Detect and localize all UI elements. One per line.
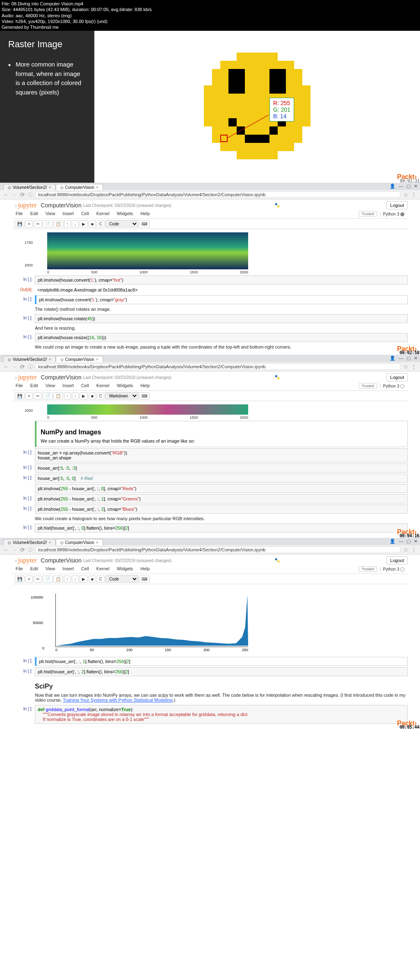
run-button[interactable]: ▶ bbox=[80, 220, 88, 227]
user-icon[interactable]: 👤 bbox=[390, 539, 395, 544]
copy-button[interactable]: 📄 bbox=[43, 392, 52, 399]
kernel-name[interactable]: Python 3 bbox=[380, 212, 404, 216]
minimize-icon[interactable]: — bbox=[399, 184, 403, 189]
star-icon[interactable]: ☆ bbox=[403, 546, 409, 553]
star-icon[interactable]: ☆ bbox=[403, 363, 409, 370]
back-icon[interactable]: ← bbox=[3, 191, 9, 198]
user-icon[interactable]: 👤 bbox=[390, 356, 395, 361]
tab-volume4[interactable]: ◇Volume4/Section2/× bbox=[3, 356, 56, 362]
code-cell[interactable]: house_arr[:5, :5, 0] # Red bbox=[35, 474, 408, 483]
url-input[interactable]: localhost:8888/notebooks/Dropbox/PacktPu… bbox=[35, 191, 400, 198]
code-cell[interactable]: plt.imshow(255 - house_arr[:, :, 1], cma… bbox=[35, 494, 408, 503]
menu-icon[interactable]: ⋮ bbox=[411, 363, 417, 370]
tab-close-icon[interactable]: × bbox=[96, 185, 98, 190]
markdown-cell-active[interactable]: NumPy and Images We can create a NumPy a… bbox=[35, 421, 408, 447]
user-icon[interactable]: 👤 bbox=[390, 184, 395, 189]
menu-view[interactable]: View bbox=[46, 566, 55, 572]
command-palette-button[interactable]: ⌨ bbox=[139, 392, 150, 399]
save-button[interactable]: 💾 bbox=[15, 220, 25, 227]
minimize-icon[interactable]: — bbox=[399, 356, 403, 361]
reload-icon[interactable]: ⟳ bbox=[20, 546, 25, 553]
menu-help[interactable]: Help bbox=[140, 383, 150, 389]
menu-cell[interactable]: Cell bbox=[81, 566, 89, 572]
restart-button[interactable]: C bbox=[97, 392, 105, 399]
celltype-select[interactable]: Code bbox=[105, 575, 138, 583]
code-cell[interactable]: plt.imshow(house.convert('L'), cmap="hot… bbox=[35, 275, 408, 285]
move-up-button[interactable]: ↑ bbox=[64, 576, 71, 583]
code-cell[interactable]: plt.imshow(255 - house_arr[:, :, 0], cma… bbox=[35, 484, 408, 493]
code-cell[interactable]: plt.imshow(house.resize((16, 16))) bbox=[35, 333, 408, 342]
trusted-badge[interactable]: Trusted bbox=[359, 211, 377, 217]
notebook-title[interactable]: ComputerVision bbox=[41, 557, 81, 564]
link-training-course[interactable]: Training Your Systems with Python Statis… bbox=[63, 698, 172, 702]
code-cell-active[interactable]: plt.hist(house_arr[:, :, 1].flatten(), b… bbox=[35, 657, 408, 666]
maximize-icon[interactable]: ▢ bbox=[406, 184, 411, 189]
tab-volume4[interactable]: ◇Volume4/Section2/× bbox=[3, 184, 56, 190]
paste-button[interactable]: 📋 bbox=[53, 576, 63, 583]
cut-button[interactable]: ✂ bbox=[34, 392, 42, 399]
menu-widgets[interactable]: Widgets bbox=[117, 383, 133, 389]
notebook-title[interactable]: ComputerVision bbox=[41, 202, 81, 209]
trusted-badge[interactable]: Trusted bbox=[359, 383, 377, 389]
paste-button[interactable]: 📋 bbox=[53, 220, 63, 227]
stop-button[interactable]: ■ bbox=[89, 220, 96, 227]
menu-widgets[interactable]: Widgets bbox=[117, 211, 133, 217]
menu-help[interactable]: Help bbox=[140, 566, 150, 572]
celltype-select[interactable]: Code bbox=[105, 220, 138, 227]
close-icon[interactable]: ✕ bbox=[414, 539, 418, 544]
maximize-icon[interactable]: ▢ bbox=[406, 356, 411, 361]
url-input[interactable]: localhost:8888/notebooks/Dropbox/PacktPu… bbox=[35, 546, 400, 553]
add-cell-button[interactable]: + bbox=[25, 392, 33, 399]
move-down-button[interactable]: ↓ bbox=[72, 220, 79, 227]
menu-cell[interactable]: Cell bbox=[81, 211, 89, 217]
tab-volume4[interactable]: ◇Volume4/Section2/× bbox=[3, 539, 56, 545]
code-cell[interactable]: plt.hist(house_arr[:, :, 0].flatten(), b… bbox=[35, 523, 408, 532]
move-down-button[interactable]: ↓ bbox=[72, 576, 79, 583]
url-input[interactable]: localhost:8888/notebooks/Dropbox/PacktPu… bbox=[35, 363, 400, 370]
notebook-title[interactable]: ComputerVision bbox=[41, 374, 81, 381]
move-up-button[interactable]: ↑ bbox=[64, 392, 71, 399]
menu-insert[interactable]: Insert bbox=[62, 566, 74, 572]
jupyter-logo[interactable]: jupyter bbox=[12, 374, 39, 381]
star-icon[interactable]: ☆ bbox=[403, 191, 409, 198]
minimize-icon[interactable]: — bbox=[399, 539, 403, 544]
menu-widgets[interactable]: Widgets bbox=[117, 566, 133, 572]
celltype-select[interactable]: Markdown bbox=[105, 392, 138, 399]
logout-button[interactable]: Logout bbox=[386, 556, 408, 565]
logout-button[interactable]: Logout bbox=[386, 201, 408, 209]
maximize-icon[interactable]: ▢ bbox=[406, 539, 411, 544]
kernel-name[interactable]: Python 3 bbox=[380, 567, 404, 571]
close-icon[interactable]: ✕ bbox=[414, 184, 418, 189]
tab-close-icon[interactable]: × bbox=[48, 357, 51, 362]
save-button[interactable]: 💾 bbox=[15, 392, 25, 399]
code-cell[interactable]: plt.imshow(house.rotate(45)) bbox=[35, 314, 408, 323]
menu-cell[interactable]: Cell bbox=[81, 383, 89, 389]
forward-icon[interactable]: → bbox=[11, 363, 17, 370]
menu-file[interactable]: File bbox=[16, 566, 23, 572]
move-down-button[interactable]: ↓ bbox=[72, 392, 79, 399]
menu-edit[interactable]: Edit bbox=[30, 566, 38, 572]
menu-view[interactable]: View bbox=[46, 383, 55, 389]
run-button[interactable]: ▶ bbox=[80, 576, 88, 583]
menu-edit[interactable]: Edit bbox=[30, 211, 38, 217]
restart-button[interactable]: C bbox=[97, 576, 105, 583]
code-cell[interactable]: house_arr[:5, :5, :3] bbox=[35, 464, 408, 473]
menu-kernel[interactable]: Kernel bbox=[96, 383, 110, 389]
kernel-name[interactable]: Python 3 bbox=[380, 384, 404, 388]
forward-icon[interactable]: → bbox=[11, 191, 17, 198]
code-cell[interactable]: plt.hist(house_arr[:, :, 2].flatten(), b… bbox=[35, 667, 408, 676]
jupyter-logo[interactable]: jupyter bbox=[12, 557, 39, 564]
tab-close-icon[interactable]: × bbox=[48, 185, 51, 190]
menu-icon[interactable]: ⋮ bbox=[411, 546, 417, 553]
tab-computervision[interactable]: ◇ComputerVision× bbox=[56, 539, 103, 545]
jupyter-logo[interactable]: jupyter bbox=[12, 202, 39, 209]
logout-button[interactable]: Logout bbox=[386, 373, 408, 381]
command-palette-button[interactable]: ⌨ bbox=[139, 220, 150, 227]
code-cell[interactable]: house_arr = np.array(house.convert("RGB"… bbox=[35, 448, 408, 462]
code-cell-active[interactable]: plt.imshow(house.convert('L'), cmap="gra… bbox=[35, 295, 408, 304]
copy-button[interactable]: 📄 bbox=[43, 576, 52, 583]
reload-icon[interactable]: ⟳ bbox=[20, 363, 25, 370]
add-cell-button[interactable]: + bbox=[25, 576, 33, 583]
command-palette-button[interactable]: ⌨ bbox=[139, 576, 150, 583]
add-cell-button[interactable]: + bbox=[25, 220, 33, 227]
